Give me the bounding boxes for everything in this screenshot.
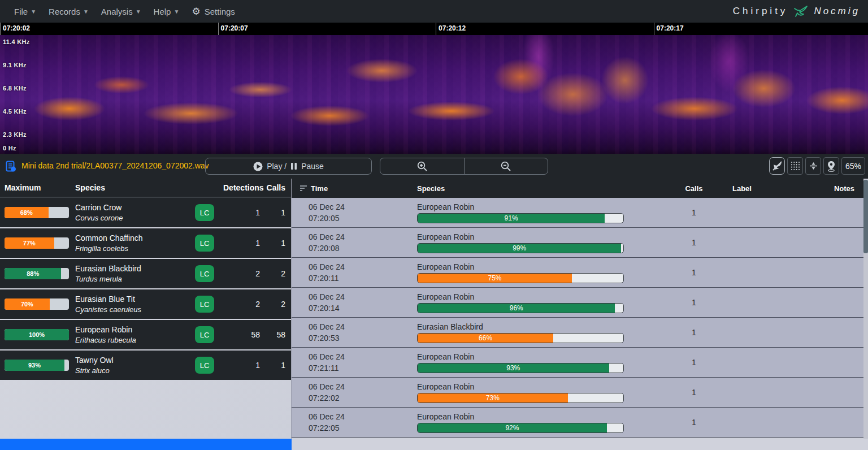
- species-scientific-name: Erithacus rubecula: [75, 335, 195, 345]
- bird-mute-icon[interactable]: [769, 157, 785, 175]
- confidence-bar-fill: 100%: [5, 329, 69, 340]
- summary-species-row[interactable]: 93% Tawny Owl Strix aluco LC 1 1: [0, 351, 291, 380]
- confidence-bar-fill: 88%: [5, 268, 61, 279]
- location-pin-icon[interactable]: [823, 157, 839, 175]
- detection-confidence-bar: 99%: [417, 243, 624, 253]
- menu-file[interactable]: File ▼: [8, 7, 42, 16]
- detection-row[interactable]: 06 Dec 24 07:20:08 European Robin 99% 1: [292, 228, 868, 258]
- detection-calls-count: 1: [666, 358, 722, 367]
- detections-count: 58: [223, 330, 260, 339]
- detection-confidence-fill: 66%: [418, 334, 553, 343]
- spectrogram[interactable]: 11.4 KHz 9.1 KHz 6.8 KHz 4.5 KHz 2.3 KHz…: [0, 35, 868, 154]
- detection-date: 06 Dec 24: [309, 351, 417, 362]
- detection-row[interactable]: 06 Dec 24 07:20:14 European Robin 96% 1: [292, 288, 868, 318]
- results-header-species: Species: [417, 184, 666, 193]
- app-brand: Chirpity Nocmig: [733, 5, 860, 18]
- confidence-bar: 88%: [5, 268, 69, 279]
- confidence-bar: 70%: [5, 298, 69, 310]
- species-scientific-name: Turdus merula: [75, 274, 195, 284]
- summary-species-row[interactable]: 70% Eurasian Blue Tit Cyanistes caeruleu…: [0, 289, 291, 319]
- time-tick: 07:20:17: [654, 23, 684, 35]
- menu-settings-label: Settings: [205, 7, 235, 16]
- pause-label: Pause: [301, 162, 324, 171]
- results-header-calls: Calls: [666, 184, 722, 193]
- zoom-out-button[interactable]: [465, 158, 548, 174]
- detection-calls-count: 1: [666, 208, 722, 217]
- audio-file-icon[interactable]: [5, 161, 16, 172]
- brand-chirpity: Chirpity: [733, 6, 788, 17]
- detection-time: 07:21:11: [309, 362, 417, 374]
- summary-species-row[interactable]: 100% European Robin Erithacus rubecula L…: [0, 320, 291, 349]
- detections-panel: Time Species Calls Label Notes 06 Dec 24…: [291, 179, 868, 439]
- detection-species-name: Eurasian Blackbird: [417, 322, 666, 331]
- menu-analysis[interactable]: Analysis ▼: [95, 7, 147, 16]
- detection-confidence-bar: 75%: [417, 273, 624, 283]
- conservation-status-badge: LC: [195, 357, 214, 374]
- conservation-status-badge: LC: [195, 265, 214, 282]
- detection-row[interactable]: 06 Dec 24 07:22:02 European Robin 73% 1: [292, 378, 868, 408]
- detection-species-name: European Robin: [417, 262, 666, 271]
- chevron-down-icon: ▼: [173, 8, 179, 15]
- results-header-time[interactable]: Time: [292, 184, 417, 193]
- detection-row[interactable]: 06 Dec 24 07:20:05 European Robin 91% 1: [292, 198, 868, 228]
- confidence-bar-fill: 93%: [5, 360, 64, 371]
- summary-header-maximum[interactable]: Maximum: [0, 183, 75, 192]
- main-area: Maximum Species Detections Calls 68% Car…: [0, 179, 868, 439]
- detection-row[interactable]: 06 Dec 24 07:22:05 European Robin 92% 1: [292, 408, 868, 438]
- bird-logo-icon: [793, 5, 808, 18]
- menu-help[interactable]: Help ▼: [147, 7, 186, 16]
- spectrogram-time-axis: 07:20:02 07:20:07 07:20:12 07:20:17: [0, 23, 868, 35]
- freq-label: 2.3 KHz: [3, 131, 27, 138]
- frequency-grid-icon[interactable]: [787, 157, 803, 175]
- summary-species-row[interactable]: 88% Eurasian Blackbird Turdus merula LC …: [0, 259, 291, 288]
- detection-calls-count: 1: [666, 298, 722, 307]
- menu-analysis-label: Analysis: [101, 7, 133, 16]
- play-icon: [253, 162, 263, 171]
- calls-count: 58: [260, 330, 291, 339]
- current-file-name: Mini data 2nd trial/2LA00377_20241206_07…: [21, 161, 209, 170]
- detection-calls-count: 1: [666, 418, 722, 427]
- detection-confidence-bar: 73%: [417, 393, 624, 403]
- species-common-name: Eurasian Blue Tit: [75, 294, 195, 305]
- summary-header-species[interactable]: Species: [75, 183, 195, 192]
- confidence-bar: 68%: [5, 207, 69, 218]
- species-common-name: Tawny Owl: [75, 355, 195, 366]
- calls-count: 1: [260, 208, 291, 217]
- summary-species-row[interactable]: 77% Common Chaffinch Fringilla coelebs L…: [0, 228, 291, 258]
- summary-header-detections[interactable]: Detections: [223, 183, 260, 192]
- menu-records[interactable]: Records ▼: [42, 7, 95, 16]
- detection-date: 06 Dec 24: [309, 411, 417, 422]
- summary-species-row[interactable]: 68% Carrion Crow Corvus corone LC 1 1: [0, 198, 291, 227]
- view-options-strip: 65%: [769, 157, 865, 175]
- detection-row[interactable]: 06 Dec 24 07:21:11 European Robin 93% 1: [292, 348, 868, 378]
- detection-confidence-bar: 96%: [417, 303, 624, 313]
- results-scrollbar[interactable]: [863, 179, 868, 439]
- calls-count: 1: [260, 239, 291, 248]
- confidence-bar-fill: 77%: [5, 237, 54, 249]
- playback-controls-bar: Mini data 2nd trial/2LA00377_20241206_07…: [0, 154, 868, 179]
- zoom-in-button[interactable]: [380, 158, 465, 174]
- detection-row[interactable]: 06 Dec 24 07:20:11 European Robin 75% 1: [292, 258, 868, 288]
- conservation-status-badge: LC: [195, 326, 214, 343]
- summary-header-calls[interactable]: Calls: [260, 183, 291, 192]
- menu-settings[interactable]: ⚙ Settings: [185, 6, 241, 18]
- detection-confidence-fill: 75%: [418, 274, 572, 283]
- detection-confidence-fill: 96%: [418, 304, 615, 313]
- detection-confidence-bar: 93%: [417, 363, 624, 373]
- chevron-down-icon: ▼: [83, 8, 89, 15]
- detection-species-name: European Robin: [417, 382, 666, 391]
- detection-date: 06 Dec 24: [309, 291, 417, 302]
- detection-confidence-bar: 91%: [417, 213, 624, 223]
- play-pause-button[interactable]: Play / Pause: [205, 158, 372, 175]
- results-row-list: 06 Dec 24 07:20:05 European Robin 91% 1 …: [292, 198, 868, 438]
- detection-species-name: European Robin: [417, 412, 666, 421]
- detection-confidence-fill: 99%: [418, 244, 621, 253]
- detection-row[interactable]: 06 Dec 24 07:20:53 Eurasian Blackbird 66…: [292, 318, 868, 348]
- detection-time: 07:20:14: [309, 302, 417, 314]
- results-scrollbar-thumb[interactable]: [863, 180, 868, 253]
- conservation-status-badge: LC: [195, 296, 214, 313]
- detection-date: 06 Dec 24: [309, 231, 417, 243]
- center-spectrogram-icon[interactable]: [805, 157, 821, 175]
- sort-icon: [300, 185, 307, 192]
- species-common-name: Eurasian Blackbird: [75, 263, 195, 274]
